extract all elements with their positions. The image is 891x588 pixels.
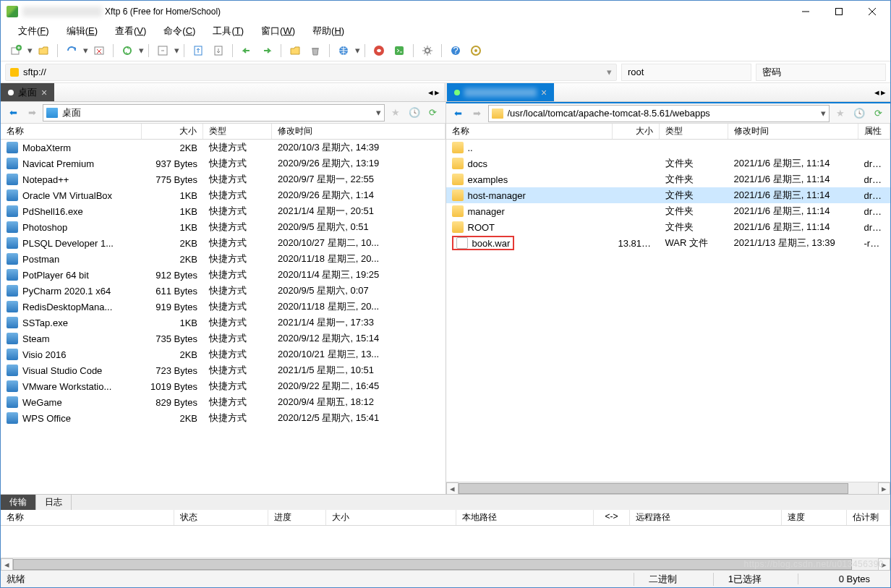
history-button[interactable]: 🕓: [406, 105, 422, 121]
list-item[interactable]: ROOT文件夹2021/1/6 星期三, 11:14drwxr: [446, 219, 891, 235]
new-folder-button[interactable]: [286, 41, 304, 60]
transfer-list[interactable]: [1, 526, 890, 558]
tab-prev-icon[interactable]: ◂: [874, 87, 879, 98]
list-item[interactable]: MobaXterm2KB快捷方式2020/10/3 星期六, 14:39: [1, 140, 446, 155]
list-item[interactable]: docs文件夹2021/1/6 星期三, 11:14drwxr: [446, 155, 891, 171]
transfer-right-button[interactable]: [257, 41, 276, 60]
tcol-status[interactable]: 状态: [174, 510, 268, 525]
tab-close-icon[interactable]: ×: [541, 87, 547, 98]
col-type[interactable]: 类型: [660, 124, 728, 139]
tab-local-desktop[interactable]: 桌面 ×: [1, 83, 54, 101]
tab-prev-icon[interactable]: ◂: [428, 87, 433, 98]
list-item[interactable]: Oracle VM VirtualBox1KB快捷方式2020/9/26 星期六…: [1, 187, 446, 203]
host-field[interactable]: sftp:// ▾: [5, 64, 617, 81]
list-item[interactable]: examples文件夹2021/1/6 星期三, 11:14drwxr: [446, 171, 891, 187]
list-item[interactable]: Visual Studio Code723 Bytes快捷方式2021/1/5 …: [1, 362, 446, 378]
view-mode-button[interactable]: [153, 41, 172, 60]
open-session-button[interactable]: [34, 41, 53, 60]
list-item[interactable]: manager文件夹2021/1/6 星期三, 11:14drwxr: [446, 203, 891, 219]
chevron-down-icon[interactable]: ▾: [821, 108, 826, 119]
terminal-button[interactable]: [390, 41, 409, 60]
about-button[interactable]: [466, 41, 485, 60]
list-item[interactable]: Navicat Premium937 Bytes快捷方式2020/9/26 星期…: [1, 155, 446, 171]
history-button[interactable]: 🕓: [851, 106, 867, 122]
list-item[interactable]: host-manager文件夹2021/1/6 星期三, 11:14drwxr: [446, 187, 891, 203]
close-button[interactable]: [856, 1, 889, 22]
tcol-local[interactable]: 本地路径: [456, 510, 594, 525]
back-button[interactable]: ⬅: [451, 106, 466, 122]
new-session-dropdown[interactable]: ▾: [27, 45, 33, 56]
list-item[interactable]: ..: [446, 140, 891, 155]
tab-close-icon[interactable]: ×: [41, 87, 47, 98]
username-field[interactable]: root: [621, 64, 751, 81]
remote-file-list[interactable]: ..docs文件夹2021/1/6 星期三, 11:14drwxrexample…: [446, 140, 891, 482]
chevron-down-icon[interactable]: ▾: [376, 107, 381, 118]
list-item[interactable]: PdShell16.exe1KB快捷方式2021/1/4 星期一, 20:51: [1, 203, 446, 219]
maximize-button[interactable]: [822, 1, 856, 22]
menu-command[interactable]: 命令(C): [156, 23, 202, 39]
back-button[interactable]: ⬅: [5, 105, 21, 121]
tcol-eta[interactable]: 估计剩: [847, 510, 890, 525]
delete-button[interactable]: [306, 41, 325, 60]
refresh-button[interactable]: ⟳: [870, 106, 886, 122]
bookmark-button[interactable]: ★: [388, 105, 404, 121]
list-item[interactable]: PotPlayer 64 bit912 Bytes快捷方式2020/11/4 星…: [1, 267, 446, 283]
tcol-direction[interactable]: <->: [594, 510, 630, 525]
sync-dropdown[interactable]: ▾: [138, 45, 144, 56]
tcol-name[interactable]: 名称: [1, 510, 174, 525]
sync-button[interactable]: [118, 41, 137, 60]
col-size[interactable]: 大小: [142, 124, 203, 139]
tcol-progress[interactable]: 进度: [268, 510, 326, 525]
remote-horizontal-scrollbar[interactable]: ◂ ▸: [446, 482, 891, 494]
tab-remote-session[interactable]: ×: [447, 83, 554, 101]
settings-button[interactable]: [418, 41, 437, 60]
remote-path-combo[interactable]: /usr/local/tomcat/apache-tomcat-8.5.61/w…: [488, 105, 830, 122]
tab-next-icon[interactable]: ▸: [881, 87, 886, 98]
refresh-button[interactable]: ⟳: [425, 105, 441, 121]
col-type[interactable]: 类型: [203, 124, 272, 139]
reconnect-button[interactable]: [62, 41, 81, 60]
local-file-list[interactable]: MobaXterm2KB快捷方式2020/10/3 星期六, 14:39Navi…: [1, 140, 446, 494]
forward-button[interactable]: ➡: [469, 106, 485, 122]
bookmark-button[interactable]: ★: [832, 106, 848, 122]
col-modified[interactable]: 修改时间: [272, 124, 446, 139]
col-modified[interactable]: 修改时间: [728, 124, 858, 139]
list-item[interactable]: VMware Workstatio...1019 Bytes快捷方式2020/9…: [1, 378, 446, 394]
list-item[interactable]: Notepad++775 Bytes快捷方式2020/9/7 星期一, 22:5…: [1, 171, 446, 187]
password-field[interactable]: 密码: [756, 64, 886, 81]
local-path-combo[interactable]: 桌面 ▾: [43, 104, 385, 122]
scroll-right-icon[interactable]: ▸: [878, 482, 890, 495]
list-item[interactable]: PyCharm 2020.1 x64611 Bytes快捷方式2020/9/5 …: [1, 283, 446, 299]
tcol-size[interactable]: 大小: [326, 510, 456, 525]
col-size[interactable]: 大小: [613, 124, 660, 139]
scroll-left-icon[interactable]: ◂: [1, 558, 13, 571]
menu-edit[interactable]: 编辑(E): [59, 23, 105, 39]
tab-log[interactable]: 日志: [36, 495, 72, 510]
download-button[interactable]: [209, 41, 228, 60]
col-name[interactable]: 名称: [1, 124, 142, 139]
list-item[interactable]: book.war13.81MBWAR 文件2021/1/13 星期三, 13:3…: [446, 235, 891, 251]
tab-next-icon[interactable]: ▸: [435, 87, 440, 98]
list-item[interactable]: RedisDesktopMana...919 Bytes快捷方式2020/11/…: [1, 299, 446, 315]
forward-button[interactable]: ➡: [24, 105, 40, 121]
scroll-left-icon[interactable]: ◂: [446, 482, 459, 495]
tcol-remote[interactable]: 远程路径: [630, 510, 782, 525]
menu-file[interactable]: 文件(F): [11, 23, 56, 39]
list-item[interactable]: Photoshop1KB快捷方式2020/9/5 星期六, 0:51: [1, 219, 446, 235]
tab-transfer[interactable]: 传输: [1, 495, 36, 510]
col-attr[interactable]: 属性: [858, 124, 891, 139]
minimize-button[interactable]: [789, 1, 822, 22]
help-button[interactable]: ?: [446, 41, 465, 60]
list-item[interactable]: PLSQL Developer 1...2KB快捷方式2020/10/27 星期…: [1, 235, 446, 251]
view-mode-dropdown[interactable]: ▾: [174, 45, 179, 56]
transfer-horizontal-scrollbar[interactable]: ◂ ▸: [1, 558, 890, 570]
menu-tool[interactable]: 工具(T): [205, 23, 251, 39]
menu-help[interactable]: 帮助(H): [305, 23, 351, 39]
disconnect-button[interactable]: [90, 41, 108, 60]
scroll-right-icon[interactable]: ▸: [878, 558, 890, 571]
xshell-button[interactable]: [370, 41, 388, 60]
list-item[interactable]: Postman2KB快捷方式2020/11/18 星期三, 20...: [1, 251, 446, 267]
menu-window[interactable]: 窗口(W): [254, 23, 302, 39]
list-item[interactable]: Visio 20162KB快捷方式2020/10/21 星期三, 13...: [1, 346, 446, 362]
list-item[interactable]: Steam735 Bytes快捷方式2020/9/12 星期六, 15:14: [1, 331, 446, 346]
